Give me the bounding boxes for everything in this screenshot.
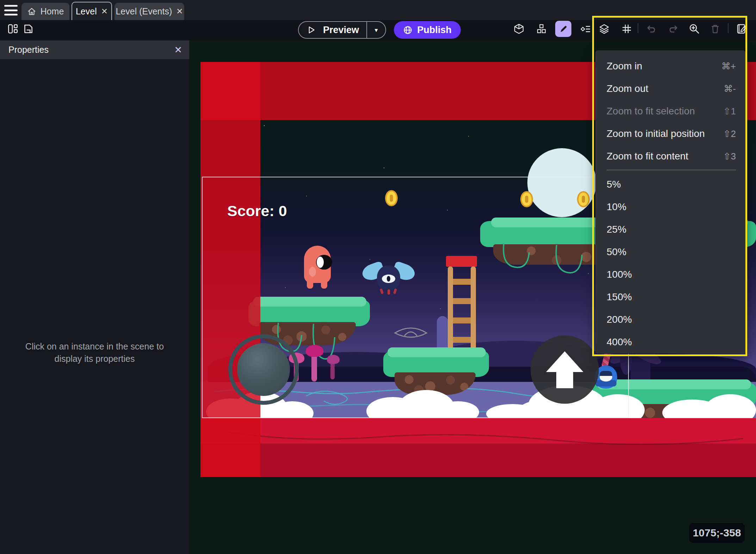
pencil-icon [558, 24, 568, 34]
properties-panel-title: Properties [8, 45, 49, 55]
cursor-coordinates-badge: 1075;-358 [689, 523, 745, 543]
properties-panel-header: Properties ✕ [0, 40, 189, 59]
scene-3d-view-button[interactable] [512, 22, 526, 36]
close-icon[interactable]: ✕ [176, 7, 183, 16]
highlight-rectangle [592, 16, 747, 356]
tab-home[interactable]: Home [21, 3, 69, 20]
ground-band [200, 418, 756, 477]
preview-button-label: Preview [316, 25, 366, 36]
edit-tool-button[interactable] [555, 21, 571, 37]
close-icon[interactable]: ✕ [174, 40, 182, 59]
save-icon [23, 23, 34, 34]
properties-panel: Properties ✕ Click on an instance in the… [0, 40, 189, 554]
tab-level-label: Level [76, 6, 97, 17]
save-button[interactable] [21, 22, 35, 36]
tab-level-events-label: Level (Events) [116, 6, 172, 17]
gdevelop-window: Home Level ✕ Level (Events) ✕ Preview ▼ … [0, 0, 756, 554]
objects-panel-button[interactable] [534, 22, 549, 36]
cube-icon [513, 23, 525, 34]
toggle-panels-button[interactable] [6, 22, 20, 36]
globe-icon [403, 25, 413, 35]
close-icon[interactable]: ✕ [101, 7, 108, 16]
preview-button[interactable]: Preview ▼ [298, 21, 386, 39]
publish-button-label: Publish [417, 25, 452, 36]
tab-level-events[interactable]: Level (Events) ✕ [114, 3, 184, 20]
main-menu-icon[interactable] [4, 5, 18, 15]
layout-icon [7, 23, 18, 34]
tab-level[interactable]: Level ✕ [72, 2, 112, 20]
publish-button[interactable]: Publish [394, 21, 461, 39]
preview-dropdown-arrow[interactable]: ▼ [367, 27, 385, 33]
play-icon [306, 25, 316, 34]
objects-icon [536, 23, 547, 34]
score-text: Score: 0 [227, 202, 287, 220]
instances-list-button[interactable] [579, 22, 593, 36]
instances-list-icon [580, 23, 591, 34]
home-icon [27, 7, 36, 16]
properties-empty-hint: Click on an instance in the scene to dis… [11, 340, 179, 365]
tab-home-label: Home [41, 6, 64, 17]
